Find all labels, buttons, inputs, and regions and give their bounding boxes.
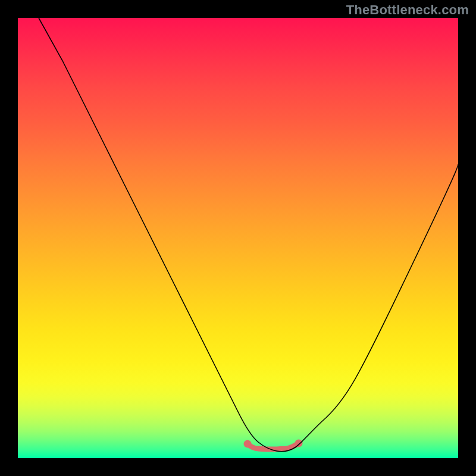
chart-plot-area [18,18,458,458]
watermark-text: TheBottleneck.com [346,2,469,18]
svg-point-1 [295,440,303,447]
bottleneck-curve [39,18,458,452]
chart-svg [18,18,458,458]
chart-frame: TheBottleneck.com [0,0,476,476]
